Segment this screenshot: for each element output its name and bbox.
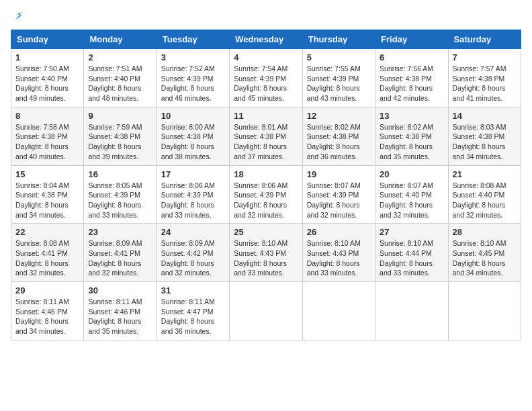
- day-info-line: Sunrise: 8:10 AM: [234, 238, 298, 248]
- day-info-line: Sunset: 4:38 PM: [15, 190, 79, 200]
- calendar-header-cell: Friday: [375, 30, 448, 49]
- day-info-line: Sunrise: 8:11 AM: [88, 297, 152, 307]
- day-info-line: Sunset: 4:39 PM: [161, 74, 225, 84]
- day-info-line: Sunset: 4:45 PM: [453, 248, 517, 259]
- calendar-header-cell: Thursday: [302, 30, 375, 49]
- day-info-line: and 46 minutes.: [161, 93, 225, 103]
- day-number: 3: [161, 52, 225, 62]
- day-info-line: and 32 minutes.: [88, 268, 152, 278]
- day-number: 29: [15, 285, 79, 295]
- day-info-line: Sunrise: 8:11 AM: [161, 297, 225, 307]
- day-number: 5: [307, 52, 371, 62]
- day-info-line: Daylight: 8 hours: [15, 259, 79, 269]
- day-info-line: and 32 minutes.: [161, 268, 225, 278]
- day-info-line: Daylight: 8 hours: [15, 83, 79, 93]
- day-info-line: Sunset: 4:38 PM: [380, 74, 443, 84]
- day-number: 9: [88, 111, 152, 121]
- day-info-line: Daylight: 8 hours: [380, 200, 443, 210]
- day-info-line: Sunset: 4:44 PM: [380, 248, 443, 259]
- day-info-line: Sunset: 4:38 PM: [234, 132, 298, 142]
- day-info-line: and 35 minutes.: [380, 152, 443, 162]
- calendar-day-cell: 23Sunrise: 8:09 AMSunset: 4:41 PMDayligh…: [84, 224, 157, 282]
- day-number: 22: [15, 227, 79, 237]
- calendar-week-row: 22Sunrise: 8:08 AMSunset: 4:41 PMDayligh…: [11, 224, 521, 282]
- day-info-line: Sunset: 4:47 PM: [161, 307, 225, 317]
- day-info-line: and 45 minutes.: [234, 93, 298, 103]
- day-info-line: Sunrise: 7:59 AM: [88, 122, 152, 132]
- day-number: 20: [380, 169, 443, 179]
- day-info-line: Daylight: 8 hours: [15, 200, 79, 210]
- day-info-line: Daylight: 8 hours: [380, 142, 443, 152]
- day-number: 28: [453, 227, 517, 237]
- day-info-line: Daylight: 8 hours: [88, 316, 152, 326]
- calendar-day-cell: [230, 282, 302, 340]
- day-info-line: Sunset: 4:46 PM: [15, 307, 79, 317]
- day-info-line: Daylight: 8 hours: [234, 200, 298, 210]
- calendar-day-cell: [302, 282, 375, 340]
- day-info-line: Sunset: 4:38 PM: [307, 132, 371, 142]
- day-info-line: and 49 minutes.: [15, 93, 79, 103]
- day-info-line: Daylight: 8 hours: [234, 142, 298, 152]
- calendar-day-cell: 1Sunrise: 7:50 AMSunset: 4:40 PMDaylight…: [11, 49, 84, 107]
- calendar-table: SundayMondayTuesdayWednesdayThursdayFrid…: [11, 30, 521, 340]
- day-number: 15: [15, 169, 79, 179]
- day-info-line: Sunrise: 8:07 AM: [307, 181, 371, 191]
- day-info-line: Sunset: 4:40 PM: [453, 190, 517, 200]
- calendar-header-cell: Wednesday: [230, 30, 302, 49]
- day-info-line: Sunrise: 7:51 AM: [88, 64, 152, 74]
- day-info-line: and 37 minutes.: [234, 152, 298, 162]
- calendar-day-cell: 4Sunrise: 7:54 AMSunset: 4:39 PMDaylight…: [230, 49, 302, 107]
- calendar-day-cell: 26Sunrise: 8:10 AMSunset: 4:43 PMDayligh…: [302, 224, 375, 282]
- day-info-line: Daylight: 8 hours: [161, 200, 225, 210]
- day-number: 2: [88, 52, 152, 62]
- calendar-header-row: SundayMondayTuesdayWednesdayThursdayFrid…: [11, 30, 521, 49]
- calendar-day-cell: 25Sunrise: 8:10 AMSunset: 4:43 PMDayligh…: [230, 224, 302, 282]
- day-info-line: and 36 minutes.: [307, 152, 371, 162]
- svg-marker-0: [15, 12, 23, 20]
- calendar-day-cell: 2Sunrise: 7:51 AMSunset: 4:40 PMDaylight…: [84, 49, 157, 107]
- calendar-day-cell: 7Sunrise: 7:57 AMSunset: 4:38 PMDaylight…: [448, 49, 521, 107]
- calendar-day-cell: 16Sunrise: 8:05 AMSunset: 4:39 PMDayligh…: [84, 165, 157, 224]
- day-info-line: Sunset: 4:41 PM: [88, 248, 152, 259]
- day-info-line: Daylight: 8 hours: [453, 142, 517, 152]
- day-info-line: Sunrise: 7:52 AM: [161, 64, 225, 74]
- day-info-line: and 33 minutes.: [307, 268, 371, 278]
- day-number: 24: [161, 227, 225, 237]
- day-info-line: Sunrise: 8:01 AM: [234, 122, 298, 132]
- day-info-line: Daylight: 8 hours: [453, 200, 517, 210]
- day-info-line: Sunrise: 8:09 AM: [88, 238, 152, 248]
- day-info-line: Sunset: 4:42 PM: [161, 248, 225, 259]
- calendar-day-cell: [448, 282, 521, 340]
- day-number: 19: [307, 169, 371, 179]
- day-info-line: and 38 minutes.: [161, 152, 225, 162]
- logo-bird-icon: [12, 11, 24, 23]
- calendar-day-cell: [375, 282, 448, 340]
- day-info-line: and 33 minutes.: [161, 210, 225, 220]
- day-info-line: and 34 minutes.: [453, 152, 517, 162]
- day-info-line: Sunset: 4:43 PM: [307, 248, 371, 259]
- calendar-day-cell: 29Sunrise: 8:11 AMSunset: 4:46 PMDayligh…: [11, 282, 84, 340]
- logo: [11, 11, 24, 21]
- day-info-line: and 34 minutes.: [15, 210, 79, 220]
- day-info-line: Sunset: 4:39 PM: [307, 74, 371, 84]
- day-info-line: Sunset: 4:40 PM: [15, 74, 79, 84]
- day-info-line: and 36 minutes.: [161, 326, 225, 336]
- day-info-line: Daylight: 8 hours: [161, 142, 225, 152]
- calendar-day-cell: 28Sunrise: 8:10 AMSunset: 4:45 PMDayligh…: [448, 224, 521, 282]
- calendar-day-cell: 11Sunrise: 8:01 AMSunset: 4:38 PMDayligh…: [230, 107, 302, 165]
- day-info-line: Sunset: 4:39 PM: [234, 190, 298, 200]
- day-info-line: Sunset: 4:39 PM: [234, 74, 298, 84]
- day-info-line: Sunrise: 8:03 AM: [453, 122, 517, 132]
- calendar-day-cell: 13Sunrise: 8:02 AMSunset: 4:38 PMDayligh…: [375, 107, 448, 165]
- day-info-line: Sunrise: 7:50 AM: [15, 64, 79, 74]
- day-info-line: Daylight: 8 hours: [161, 259, 225, 269]
- day-info-line: Sunset: 4:38 PM: [15, 132, 79, 142]
- calendar-day-cell: 27Sunrise: 8:10 AMSunset: 4:44 PMDayligh…: [375, 224, 448, 282]
- day-info-line: Sunset: 4:39 PM: [161, 190, 225, 200]
- day-number: 6: [380, 52, 443, 62]
- day-info-line: Sunrise: 8:02 AM: [307, 122, 371, 132]
- day-number: 18: [234, 169, 298, 179]
- day-number: 27: [380, 227, 443, 237]
- day-info-line: Sunset: 4:39 PM: [88, 190, 152, 200]
- day-info-line: Sunset: 4:38 PM: [453, 132, 517, 142]
